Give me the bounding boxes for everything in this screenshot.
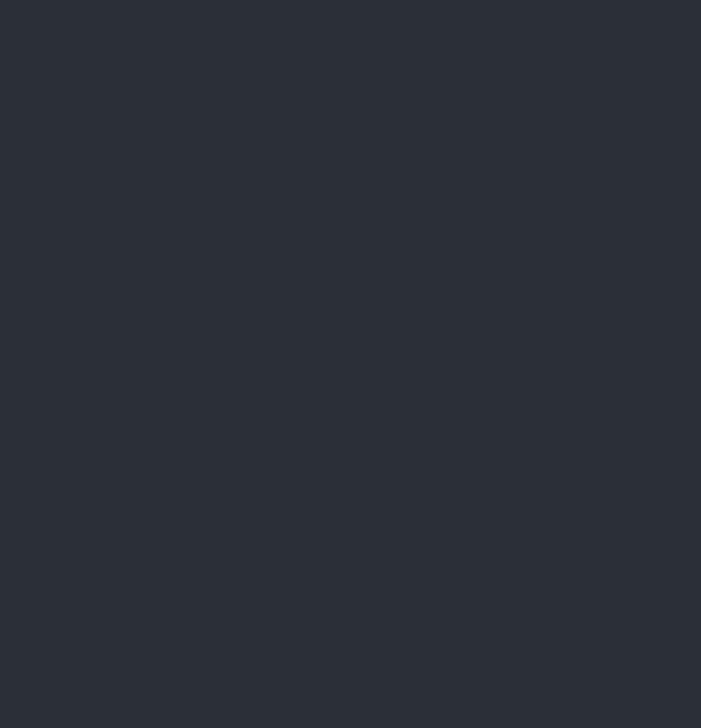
icon-grid bbox=[0, 0, 701, 7]
